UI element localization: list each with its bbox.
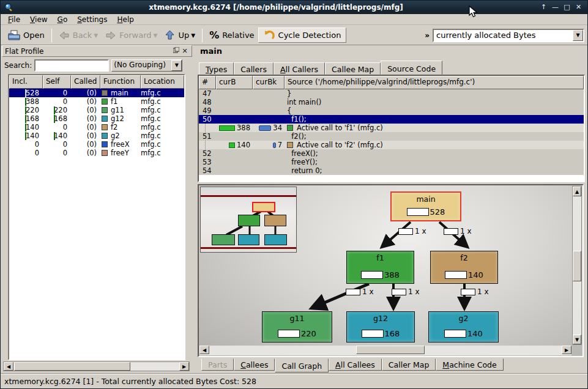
cycle-detection-button[interactable]: Cycle Detection [258,28,347,43]
edge-label: 1 x [444,227,472,235]
col-location[interactable]: Location [141,75,184,89]
event-type-combobox[interactable]: currently allocated Bytes ▼ [433,29,584,42]
table-row[interactable]: 0 0 (0) freeY mfg.c [9,149,184,157]
tab-caller-map[interactable]: Caller Map [382,358,436,371]
source-line[interactable]: 51 f2(); [199,132,584,141]
scroll-left-icon[interactable]: ◀ [199,346,209,354]
tab-source-code[interactable]: Source Code [381,61,442,75]
table-row[interactable]: 140 140 (0) g2 mfg.c [9,132,184,140]
forward-dropdown-caret[interactable]: ▼ [154,32,158,39]
graph-node-g11[interactable]: g11 220 [262,311,332,343]
graph-node-f1[interactable]: f1 388 [346,251,414,284]
col-function[interactable]: Function [100,75,141,89]
shade-button[interactable]: ↑ [538,2,549,12]
menu-go[interactable]: Go [53,15,73,24]
menu-help[interactable]: Help [112,15,138,24]
graph-node-g2[interactable]: g2 140 [428,311,499,343]
tab-machine-code[interactable]: Machine Code [436,358,503,371]
source-line[interactable]: 48int main() [199,98,584,106]
edge-label: 1 x [398,227,426,235]
table-row[interactable]: 140 0 (0) f2 mfg.c [9,123,184,132]
scroll-left-icon[interactable]: ◀ [4,362,13,371]
scroll-right-icon[interactable]: ▶ [179,362,189,371]
source-line[interactable]: 49{ [199,106,584,115]
forward-button[interactable]: Forward▼ [102,29,161,42]
toolbar-overflow-chevron[interactable]: » [422,31,433,40]
source-line[interactable]: 52 freeX(); [199,149,584,158]
function-color-icon [102,98,108,105]
search-input[interactable] [34,59,109,72]
tab-call-graph[interactable]: Call Graph [275,358,329,372]
source-line[interactable]: 53 freeY(); [199,158,584,166]
tab-callee-map[interactable]: Callee Map [325,62,381,75]
col-line-number[interactable]: # [199,76,216,89]
grouping-combobox[interactable]: (No Grouping) ▼ [111,59,182,72]
self-bar [54,106,55,114]
table-row[interactable]: 168 168 (0) g12 mfg.c [9,114,184,123]
relative-button[interactable]: % Relative [206,28,258,43]
table-row[interactable]: 388 0 (0) f1 mfg.c [9,97,184,106]
menu-view[interactable]: View [25,15,52,24]
tab-types[interactable]: Types [199,62,234,75]
title-bar[interactable]: xtmemory.kcg.6274 [/home/philippe/valgri… [1,1,587,14]
dock-float-icon[interactable] [172,47,180,55]
menu-settings[interactable]: Settings [72,15,112,24]
close-button[interactable]: ✕ [573,2,584,12]
panel-splitter[interactable] [192,45,196,374]
col-source[interactable]: Source ('/home/philippe/valgrind/littlep… [285,76,584,89]
source-header: # curB curBk Source ('/home/philippe/val… [199,76,584,89]
maximize-button[interactable]: □ [562,2,572,12]
tab-all-callees[interactable]: All Callees [329,358,382,371]
minimize-button[interactable]: — [550,2,560,12]
graph-vscrollbar[interactable]: ▲ ▼ [572,186,582,345]
graph-node-f2[interactable]: f2 140 [430,251,498,284]
grouping-dropdown-icon[interactable]: ▼ [171,60,182,71]
function-detail-panel: main Types Callers All Callers Callee Ma… [196,45,587,374]
up-button[interactable]: Up▼ [161,28,199,42]
flat-profile-hscrollbar[interactable]: ◀ ▶ [3,361,190,371]
scroll-right-icon[interactable]: ▶ [562,346,571,354]
source-call-line[interactable]: 140 7 Active call to 'f2' (mfg.c) [199,141,584,149]
graph-minimap[interactable] [200,187,297,253]
col-incl[interactable]: Incl. [9,75,43,89]
menu-file[interactable]: File [3,15,25,24]
scroll-thumb[interactable] [573,251,581,281]
combobox-dropdown-icon[interactable]: ▼ [573,30,583,41]
source-line[interactable]: 47} [199,89,584,98]
source-call-line[interactable]: 388 34 Active call to 'f1' (mfg.c) [199,124,584,132]
col-self[interactable]: Self [43,75,71,89]
back-button[interactable]: Back▼ [55,29,102,42]
open-button[interactable]: Open [4,28,48,42]
flat-profile-dock: Flat Profile ✕ Search: (No Grouping) ▼ I… [2,45,192,374]
status-bar: xtmemory.kcg.6274 [1] - Total currently … [1,373,587,388]
grouping-value: (No Grouping) [112,60,171,71]
toolbar: Open Back▼ Forward▼ Up▼ % Relative [1,26,587,45]
dock-close-icon[interactable]: ✕ [180,47,189,55]
scroll-up-icon[interactable]: ▲ [573,187,581,196]
call-graph-canvas[interactable]: main 528 f1 388 f2 140 g11 220 g12 168 g… [198,184,584,357]
cost-bar [444,330,466,338]
scroll-thumb[interactable] [356,346,425,354]
dock-title-bar[interactable]: Flat Profile ✕ [2,45,192,57]
table-row[interactable]: 0 0 (0) freeX mfg.c [9,140,184,149]
minimap-node-g12 [238,234,259,245]
scroll-thumb[interactable] [14,362,130,371]
tab-callers[interactable]: Callers [234,62,274,75]
minimap-node-f2 [264,215,286,226]
graph-hscrollbar[interactable]: ◀ ▶ [199,346,571,355]
source-line[interactable]: 54 return 0; [199,166,584,175]
graph-node-g12[interactable]: g12 168 [346,311,415,343]
tab-all-callers[interactable]: All Callers [274,62,325,75]
table-row[interactable]: 528 0 (0) main mfg.c [9,89,184,97]
table-row[interactable]: 220 220 (0) g11 mfg.c [9,106,184,114]
col-called[interactable]: Called [71,75,100,89]
up-dropdown-caret[interactable]: ▼ [191,32,195,39]
col-curBk[interactable]: curBk [253,76,285,89]
graph-node-main[interactable]: main 528 [390,191,461,221]
forward-arrow-icon [105,31,116,40]
col-curB[interactable]: curB [216,76,253,89]
scroll-down-icon[interactable]: ▼ [573,335,581,344]
tab-callees[interactable]: Callees [234,358,275,371]
back-dropdown-caret[interactable]: ▼ [94,32,98,39]
source-line-selected[interactable]: 50 f1(); [199,115,584,124]
